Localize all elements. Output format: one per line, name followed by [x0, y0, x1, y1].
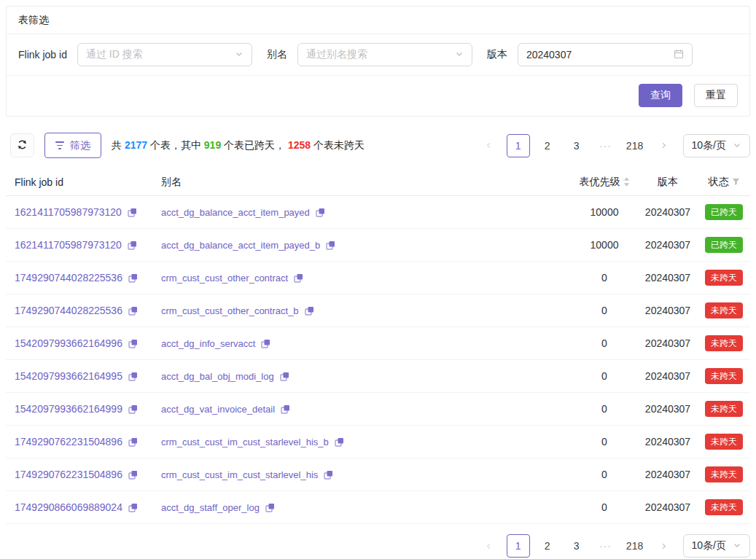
- status-badge: 未跨天: [705, 302, 743, 318]
- copy-icon[interactable]: [128, 470, 138, 480]
- sort-icon[interactable]: [623, 177, 630, 187]
- alias-label: 别名: [267, 48, 287, 61]
- status-cell: 未跨天: [698, 270, 750, 286]
- copy-icon[interactable]: [128, 372, 138, 381]
- priority-cell: 0: [571, 370, 638, 382]
- flink-job-id-link[interactable]: 1749290866069889024: [15, 501, 138, 513]
- field-flink-job-id: Flink job id 通过 ID 搜索: [18, 43, 252, 66]
- alias-link[interactable]: acct_dg_vat_invoice_detail: [161, 404, 290, 415]
- prev-page-button[interactable]: [478, 534, 501, 558]
- flink-job-id-cell: 1749290866069889024: [6, 501, 155, 513]
- column-header-priority[interactable]: 表优先级: [571, 176, 638, 189]
- page-button-1[interactable]: 1: [507, 534, 530, 558]
- priority-cell: 0: [571, 436, 638, 447]
- flink-job-id-link[interactable]: 1542097993662164996: [15, 337, 138, 349]
- flink-job-id-link[interactable]: 1621411705987973120: [15, 206, 137, 218]
- flink-job-id-cell: 1542097993662164995: [6, 370, 155, 382]
- copy-icon[interactable]: [128, 404, 138, 414]
- page: 表筛选 Flink job id 通过 ID 搜索 别名 通过别名搜索: [0, 0, 756, 559]
- version-cell: 20240307: [638, 272, 698, 284]
- summary-seg2: 个表已跨天，: [221, 139, 288, 151]
- flink-job-id-link[interactable]: 1621411705987973120: [15, 239, 137, 251]
- copy-icon[interactable]: [294, 273, 303, 283]
- filter-funnel-icon[interactable]: [732, 176, 740, 188]
- priority-cell: 10000: [571, 206, 638, 218]
- table-row: 1621411705987973120 acct_dg_balance_acct…: [6, 196, 750, 229]
- status-badge: 未跨天: [705, 335, 743, 351]
- page-button-3[interactable]: 3: [565, 534, 588, 558]
- flink-job-id-select[interactable]: 通过 ID 搜索: [77, 43, 252, 66]
- copy-icon[interactable]: [335, 437, 344, 447]
- copy-icon[interactable]: [280, 372, 289, 381]
- search-button[interactable]: 查询: [639, 84, 682, 107]
- copy-icon[interactable]: [128, 437, 138, 447]
- flink-job-id-link[interactable]: 1749290762231504896: [15, 436, 138, 447]
- alias-link[interactable]: crm_cust_cust_im_cust_starlevel_his: [161, 469, 333, 480]
- copy-icon[interactable]: [128, 241, 137, 250]
- flink-job-id-link[interactable]: 1749290762231504896: [15, 469, 138, 480]
- copy-icon[interactable]: [128, 273, 138, 283]
- version-label: 版本: [487, 48, 507, 61]
- status-badge: 未跨天: [705, 499, 743, 515]
- copy-icon[interactable]: [305, 306, 314, 316]
- column-header-status[interactable]: 状态: [698, 176, 750, 189]
- alias-link[interactable]: acct_dg_staff_oper_log: [161, 502, 275, 513]
- filter-card-title: 表筛选: [7, 7, 749, 34]
- page-button-last[interactable]: 218: [623, 134, 647, 157]
- alias-link[interactable]: acct_dg_bal_obj_modi_log: [161, 371, 289, 382]
- copy-icon[interactable]: [128, 208, 137, 217]
- copy-icon[interactable]: [261, 339, 270, 348]
- chevron-down-icon: [455, 49, 464, 60]
- status-badge: 未跨天: [705, 466, 743, 482]
- calendar-icon: [674, 49, 684, 61]
- flink-job-id-link[interactable]: 1542097993662164999: [15, 403, 138, 415]
- page-ellipsis[interactable]: ···: [594, 534, 617, 558]
- priority-cell: 0: [571, 305, 638, 316]
- flink-job-id-link[interactable]: 1542097993662164995: [15, 370, 138, 382]
- copy-icon[interactable]: [316, 208, 325, 217]
- page-button-2[interactable]: 2: [536, 134, 559, 157]
- filter-actions: 查询 重置: [7, 76, 749, 116]
- next-page-button[interactable]: [652, 134, 676, 157]
- copy-icon[interactable]: [281, 404, 290, 414]
- refresh-button[interactable]: [10, 133, 34, 157]
- alias-link[interactable]: crm_cust_cust_im_cust_starlevel_his_b: [161, 437, 344, 447]
- alias-link[interactable]: acct_dg_info_servacct: [161, 338, 270, 349]
- status-cell: 已跨天: [698, 237, 750, 253]
- page-ellipsis[interactable]: ···: [594, 134, 617, 157]
- version-cell: 20240307: [638, 469, 698, 480]
- table-row: 1542097993662164995 acct_dg_bal_obj_modi…: [6, 360, 750, 393]
- filter-panel-button[interactable]: 筛选: [44, 133, 101, 158]
- field-version: 版本 20240307: [487, 43, 693, 66]
- alias-cell: acct_dg_vat_invoice_detail: [155, 403, 571, 415]
- alias-link[interactable]: crm_cust_cust_other_contract: [161, 273, 303, 284]
- flink-job-id-link[interactable]: 1749290744028225536: [15, 305, 138, 316]
- table-row: 1749290744028225536 crm_cust_cust_other_…: [6, 262, 750, 294]
- copy-icon[interactable]: [128, 503, 138, 512]
- reset-button[interactable]: 重置: [694, 84, 738, 107]
- page-button-2[interactable]: 2: [536, 534, 559, 558]
- flink-job-id-cell: 1542097993662164996: [6, 337, 155, 349]
- alias-link[interactable]: acct_dg_balance_acct_item_payed_b: [161, 240, 335, 251]
- page-size-select[interactable]: 10条/页: [683, 534, 750, 558]
- filter-button-label: 筛选: [70, 139, 90, 152]
- page-button-3[interactable]: 3: [565, 134, 588, 157]
- prev-page-button[interactable]: [478, 134, 501, 157]
- copy-icon[interactable]: [265, 503, 275, 512]
- copy-icon[interactable]: [326, 241, 335, 250]
- copy-icon[interactable]: [128, 339, 138, 348]
- page-button-last[interactable]: 218: [623, 534, 647, 558]
- version-date-input[interactable]: 20240307: [518, 43, 693, 66]
- page-button-1[interactable]: 1: [507, 134, 530, 157]
- copy-icon[interactable]: [128, 306, 138, 316]
- alias-link[interactable]: acct_dg_balance_acct_item_payed: [161, 207, 325, 218]
- next-page-button[interactable]: [652, 534, 676, 558]
- copy-icon[interactable]: [324, 470, 333, 480]
- alias-link[interactable]: crm_cust_cust_other_contract_b: [161, 305, 314, 316]
- alias-select[interactable]: 通过别名搜索: [297, 43, 472, 66]
- page-size-select[interactable]: 10条/页: [683, 134, 750, 157]
- table-row: 1542097993662164996 acct_dg_info_servacc…: [6, 327, 750, 360]
- flink-job-id-link[interactable]: 1749290744028225536: [15, 272, 138, 284]
- version-cell: 20240307: [638, 337, 698, 349]
- alias-cell: crm_cust_cust_im_cust_starlevel_his_b: [155, 436, 571, 447]
